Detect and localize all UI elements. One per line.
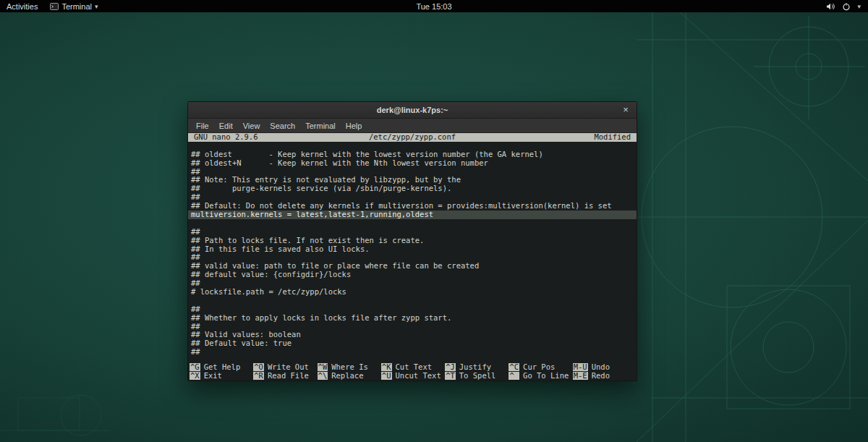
shortcut-key: ^X bbox=[190, 372, 200, 380]
shortcut-label: Undo bbox=[592, 363, 610, 371]
shortcut-key: M-U bbox=[573, 363, 588, 371]
nano-header: GNU nano 2.9.6 /etc/zypp/zypp.conf Modif… bbox=[188, 133, 637, 142]
shortcut-label: Cur Pos bbox=[523, 363, 555, 371]
nano-buffer: ## oldest - Keep kernel with the lowest … bbox=[188, 142, 637, 363]
menubar: FileEditViewSearchTerminalHelp bbox=[188, 119, 637, 133]
shortcut-to-spell: ^TTo Spell bbox=[445, 372, 509, 381]
shortcut-label: To Spell bbox=[459, 372, 496, 380]
terminal-line: ## Path to locks file. If not exist then… bbox=[188, 237, 637, 245]
menu-file[interactable]: File bbox=[191, 122, 214, 130]
shortcut-justify: ^JJustify bbox=[445, 363, 509, 372]
power-icon bbox=[842, 2, 851, 11]
terminal-content[interactable]: GNU nano 2.9.6 /etc/zypp/zypp.conf Modif… bbox=[188, 133, 637, 381]
terminal-line: ## bbox=[188, 348, 637, 357]
shortcut-label: Exit bbox=[204, 372, 222, 380]
shortcut-read-file: ^RRead File bbox=[253, 372, 317, 381]
top-bar: Activities Terminal ▾ Tue 15:03 ▾ bbox=[0, 0, 868, 12]
shortcut-key: ^T bbox=[445, 372, 456, 380]
terminal-line: ## default value: {configdir}/locks bbox=[188, 271, 637, 279]
terminal-line: # locksfile.path = /etc/zypp/locks bbox=[188, 288, 637, 297]
shortcut-label: Where Is bbox=[331, 363, 368, 371]
terminal-line bbox=[188, 219, 637, 228]
shortcut-label: Justify bbox=[459, 363, 491, 371]
terminal-line: ## Default value: true bbox=[188, 339, 637, 348]
terminal-line: ## oldest - Keep kernel with the lowest … bbox=[188, 150, 637, 159]
shortcut-where-is: ^WWhere Is bbox=[318, 363, 381, 372]
highlighted-line: multiversion.kernels = latest,latest-1,r… bbox=[188, 211, 637, 219]
nano-shortcut-row-2: ^XExit^RRead File^\Replace^UUncut Text^T… bbox=[188, 372, 637, 381]
chevron-down-icon: ▾ bbox=[95, 3, 98, 10]
terminal-line bbox=[188, 297, 637, 305]
shortcut-cut-text: ^KCut Text bbox=[381, 363, 445, 372]
terminal-line: ## purge-kernels service (via /sbin/purg… bbox=[188, 184, 637, 193]
activities-button[interactable]: Activities bbox=[0, 0, 44, 12]
app-menu-label: Terminal bbox=[61, 2, 92, 11]
terminal-line: ## In this file is saved also UI locks. bbox=[188, 245, 637, 254]
shortcut-label: Write Out bbox=[268, 363, 309, 371]
shortcut-key: ^O bbox=[253, 363, 264, 371]
nano-shortcut-row-1: ^GGet Help^OWrite Out^WWhere Is^KCut Tex… bbox=[188, 363, 637, 372]
shortcut-key: ^U bbox=[381, 372, 392, 380]
shortcut-undo: M-UUndo bbox=[573, 363, 637, 372]
nano-version: GNU nano 2.9.6 bbox=[194, 133, 258, 142]
menu-terminal[interactable]: Terminal bbox=[300, 122, 341, 130]
volume-icon bbox=[826, 2, 835, 11]
shortcut-label: Read File bbox=[268, 372, 309, 380]
terminal-line: ## bbox=[188, 228, 637, 237]
system-status-area[interactable]: ▾ bbox=[826, 0, 868, 12]
terminal-icon bbox=[50, 2, 59, 11]
shortcut-key: ^W bbox=[318, 363, 328, 371]
menu-help[interactable]: Help bbox=[341, 122, 367, 130]
shortcut-cur-pos: ^CCur Pos bbox=[509, 363, 572, 372]
shortcut-exit: ^XExit bbox=[190, 372, 253, 381]
shortcut-label: Uncut Text bbox=[396, 372, 441, 380]
shortcut-label: Replace bbox=[331, 372, 363, 380]
shortcut-key: M-E bbox=[573, 372, 588, 380]
shortcut-go-to-line: ^_Go To Line bbox=[509, 372, 572, 381]
shortcut-key: ^C bbox=[509, 363, 519, 371]
shortcut-label: Get Help bbox=[204, 363, 241, 371]
shortcut-key: ^\ bbox=[318, 372, 328, 380]
menu-edit[interactable]: Edit bbox=[214, 122, 238, 130]
terminal-line: ## bbox=[188, 305, 637, 314]
shortcut-get-help: ^GGet Help bbox=[190, 363, 253, 372]
app-menu[interactable]: Terminal ▾ bbox=[44, 0, 103, 12]
menu-search[interactable]: Search bbox=[265, 122, 300, 130]
terminal-line: ## Whether to apply locks in locks file … bbox=[188, 314, 637, 323]
window-titlebar[interactable]: derk@linux-k7ps:~ × bbox=[188, 102, 637, 119]
shortcut-key: ^J bbox=[445, 363, 456, 371]
close-button[interactable]: × bbox=[619, 102, 632, 118]
shortcut-key: ^K bbox=[381, 363, 392, 371]
shortcut-label: Cut Text bbox=[396, 363, 433, 371]
nano-modified-flag: Modified bbox=[594, 133, 631, 142]
shortcut-uncut-text: ^UUncut Text bbox=[381, 372, 445, 381]
clock[interactable]: Tue 15:03 bbox=[416, 0, 451, 12]
terminal-line: ## oldest+N - Keep kernel with the Nth l… bbox=[188, 159, 637, 168]
menu-view[interactable]: View bbox=[238, 122, 265, 130]
shortcut-key: ^R bbox=[253, 372, 264, 380]
window-title: derk@linux-k7ps:~ bbox=[377, 106, 448, 114]
shortcut-key: ^G bbox=[190, 363, 200, 371]
shortcut-key: ^_ bbox=[509, 372, 519, 380]
shortcut-replace: ^\Replace bbox=[318, 372, 381, 381]
top-bar-left: Activities Terminal ▾ bbox=[0, 0, 104, 12]
chevron-down-icon: ▾ bbox=[857, 3, 861, 10]
shortcut-redo: M-ERedo bbox=[573, 372, 637, 381]
shortcut-label: Redo bbox=[592, 372, 610, 380]
shortcut-label: Go To Line bbox=[523, 372, 569, 380]
shortcut-write-out: ^OWrite Out bbox=[253, 363, 317, 372]
terminal-window: derk@linux-k7ps:~ × FileEditViewSearchTe… bbox=[187, 101, 637, 381]
nano-filename: /etc/zypp/zypp.conf bbox=[369, 133, 456, 142]
